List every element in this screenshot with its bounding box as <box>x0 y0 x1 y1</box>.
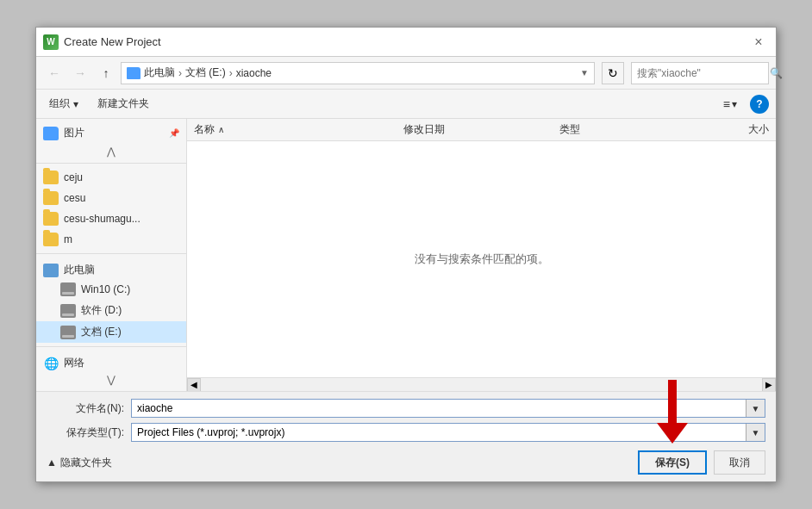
arrow-shaft <box>668 380 677 423</box>
up-button[interactable]: ↑ <box>95 62 117 84</box>
sidebar-item-m[interactable]: m <box>36 229 186 250</box>
breadcrumb-current: xiaoche <box>236 67 272 79</box>
filetype-input[interactable] <box>132 424 746 441</box>
view-arrow-icon: ▾ <box>732 98 737 110</box>
sidebar-item-pictures[interactable]: 图片 📌 <box>36 122 186 144</box>
back-button[interactable]: ← <box>43 62 66 84</box>
title-bar: W Create New Project × <box>36 28 776 57</box>
app-icon: W <box>43 34 59 50</box>
new-folder-label: 新建文件夹 <box>97 96 149 111</box>
hide-folders-button[interactable]: ▲ 隐藏文件夹 <box>47 456 112 470</box>
sidebar-label-ceju: ceju <box>64 171 83 183</box>
cancel-button[interactable]: 取消 <box>714 450 765 475</box>
breadcrumb-dropdown-icon[interactable]: ▼ <box>580 68 589 78</box>
filetype-dropdown-button[interactable]: ▼ <box>746 424 765 441</box>
organize-button[interactable]: 组织 ▾ <box>43 94 84 114</box>
pictures-folder-icon <box>43 127 59 140</box>
sidebar-item-win10[interactable]: Win10 (C:) <box>36 279 186 300</box>
new-folder-button[interactable]: 新建文件夹 <box>91 94 155 114</box>
bottom-area: 文件名(N): ▼ 保存类型(T): ▼ ▲ 隐藏文件夹 <box>36 391 776 481</box>
search-icon: 🔍 <box>770 67 783 79</box>
search-bar[interactable]: 🔍 <box>631 62 769 84</box>
sidebar-item-ceju[interactable]: ceju <box>36 167 186 188</box>
filename-label: 文件名(N): <box>47 401 124 416</box>
col-sort-arrow: ∧ <box>218 125 224 134</box>
softd-drive-icon <box>60 304 76 318</box>
network-icon: 🌐 <box>43 357 59 370</box>
breadcrumb-computer: 此电脑 <box>144 65 175 80</box>
action-row: ▲ 隐藏文件夹 保存(S) 取消 <box>47 447 765 475</box>
arrow-head <box>657 423 688 444</box>
arrow-container <box>657 380 688 444</box>
col-type-label: 类型 <box>559 122 580 137</box>
scrollbar-right-button[interactable]: ▶ <box>762 378 776 392</box>
sidebar-label-m: m <box>64 233 72 245</box>
breadcrumb-docs: 文档 (E:) <box>185 65 226 80</box>
sidebar-label-pictures: 图片 <box>64 126 84 140</box>
help-button[interactable]: ? <box>750 95 769 114</box>
view-button[interactable]: ≡ ▾ <box>717 95 743 114</box>
sidebar-label-doce: 文档 (E:) <box>81 325 122 339</box>
sidebar-section-network-label: 网络 <box>64 356 84 370</box>
sidebar-divider-1 <box>36 163 186 164</box>
toolbar-right: ≡ ▾ ? <box>717 95 769 114</box>
view-icon: ≡ <box>723 97 730 111</box>
secondary-toolbar: 组织 ▾ 新建文件夹 ≡ ▾ ? <box>36 90 776 119</box>
pin-icon: 📌 <box>169 128 179 138</box>
sidebar-label-softd: 软件 (D:) <box>81 303 122 318</box>
sidebar-label-cesu: cesu <box>64 192 85 204</box>
col-date-label: 修改日期 <box>403 122 445 137</box>
search-input[interactable] <box>637 67 766 79</box>
col-header-size[interactable]: 大小 <box>665 122 769 137</box>
win10-drive-icon <box>60 282 76 296</box>
sidebar-item-cesu[interactable]: cesu <box>36 188 186 208</box>
doce-drive-icon <box>60 326 76 339</box>
sidebar-divider-3 <box>36 346 186 347</box>
forward-button[interactable]: → <box>69 62 91 84</box>
breadcrumb: 此电脑 › 文档 (E:) › xiaoche <box>144 65 577 80</box>
scrollbar-left-button[interactable]: ◀ <box>187 378 201 392</box>
cancel-label: 取消 <box>729 456 750 470</box>
filetype-label: 保存类型(T): <box>47 425 124 440</box>
col-size-label: 大小 <box>748 122 769 137</box>
sidebar-label-win10: Win10 (C:) <box>81 283 130 295</box>
app-icon-text: W <box>47 37 54 47</box>
sidebar-item-doce[interactable]: 文档 (E:) <box>36 321 186 343</box>
breadcrumb-sep-1: › <box>178 67 182 79</box>
sidebar-section-computer: 此电脑 <box>36 258 186 279</box>
address-bar[interactable]: 此电脑 › 文档 (E:) › xiaoche ▼ <box>121 62 595 84</box>
sidebar-label-cesu-shumagu: cesu-shumagu... <box>64 213 141 225</box>
m-folder-icon <box>43 233 59 246</box>
save-button[interactable]: 保存(S) <box>638 450 707 475</box>
dialog-title: Create New Project <box>64 35 748 48</box>
save-label: 保存(S) <box>655 456 690 470</box>
create-project-dialog: W Create New Project × ← → ↑ 此电脑 › 文档 (E… <box>35 27 777 482</box>
filename-dropdown-button[interactable]: ▼ <box>746 400 765 417</box>
sidebar-scroll-down[interactable]: ⋁ <box>36 372 186 388</box>
close-button[interactable]: × <box>748 32 769 53</box>
file-list-header: 名称 ∧ 修改日期 类型 大小 <box>187 119 776 141</box>
empty-message: 没有与搜索条件匹配的项。 <box>415 251 549 267</box>
hide-folders-icon: ▲ <box>47 456 57 469</box>
organize-label: 组织 <box>49 96 70 111</box>
sidebar-section-network: 🌐 网络 <box>36 351 186 372</box>
cesu-shumagu-folder-icon <box>43 212 59 226</box>
breadcrumb-sep-2: › <box>229 67 233 79</box>
sidebar-divider-2 <box>36 253 186 254</box>
sidebar-item-cesu-shumagu[interactable]: cesu-shumagu... <box>36 208 186 229</box>
col-header-date[interactable]: 修改日期 <box>403 122 560 137</box>
hide-folders-label: 隐藏文件夹 <box>60 456 112 470</box>
computer-icon <box>43 264 59 277</box>
refresh-button[interactable]: ↻ <box>602 62 624 84</box>
filename-input[interactable] <box>132 400 746 417</box>
cesu-folder-icon <box>43 191 59 205</box>
sidebar-item-softd[interactable]: 软件 (D:) <box>36 300 186 321</box>
col-header-type[interactable]: 类型 <box>559 122 664 137</box>
content-area: 图片 📌 ⋀ ceju cesu cesu-shumagu... <box>36 119 776 391</box>
organize-arrow-icon: ▾ <box>73 98 78 110</box>
sidebar-scroll-up[interactable]: ⋀ <box>36 144 186 159</box>
address-folder-icon <box>127 67 141 79</box>
ceju-folder-icon <box>43 171 59 184</box>
col-header-name[interactable]: 名称 ∧ <box>194 122 403 137</box>
sidebar: 图片 📌 ⋀ ceju cesu cesu-shumagu... <box>36 119 187 391</box>
